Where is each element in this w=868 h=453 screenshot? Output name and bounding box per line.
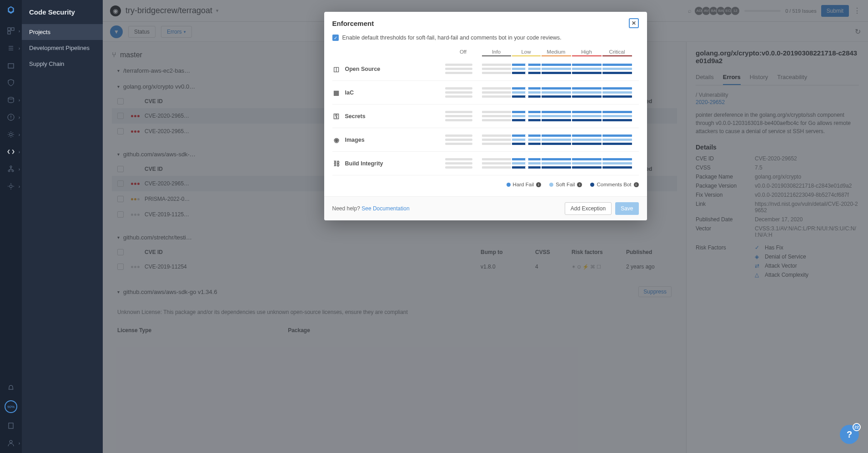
open-source-icon: ◫ bbox=[332, 65, 341, 73]
svg-point-4 bbox=[8, 97, 14, 99]
hard-fail-slider[interactable] bbox=[482, 134, 632, 137]
comments-bot-slider[interactable] bbox=[482, 119, 632, 121]
build-icon: ⛓ bbox=[332, 159, 341, 168]
comments-bot-slider[interactable] bbox=[482, 143, 632, 145]
cat-iac: ▦IaC bbox=[332, 81, 639, 105]
help-fab[interactable]: ?22 bbox=[840, 425, 859, 444]
comments-bot-slider[interactable] bbox=[482, 166, 632, 169]
list-icon[interactable] bbox=[6, 44, 15, 53]
cat-open-source: ◫Open Source bbox=[332, 57, 639, 81]
svg-rect-0 bbox=[8, 28, 10, 30]
code-icon[interactable] bbox=[6, 147, 15, 156]
comments-bot-slider[interactable] bbox=[482, 95, 632, 98]
main: ◉ try-bridgecrew/terragoat▾ ⌕ ADAVBABAEC… bbox=[103, 0, 868, 453]
progress-ring[interactable]: 90% bbox=[5, 400, 17, 413]
soft-fail-slider[interactable] bbox=[482, 115, 632, 117]
db-icon[interactable] bbox=[6, 95, 15, 105]
sidebar-item-projects[interactable]: Projects bbox=[22, 24, 103, 40]
save-button[interactable]: Save bbox=[615, 202, 638, 215]
network-icon[interactable] bbox=[6, 164, 15, 174]
disc-icon: ◉ bbox=[332, 136, 341, 144]
sidebar: Code Security Projects Development Pipel… bbox=[22, 0, 103, 453]
add-exception-button[interactable]: Add Exception bbox=[565, 202, 612, 215]
legend: Hard Faili Soft Faili Comments Boti bbox=[332, 175, 639, 190]
svg-point-9 bbox=[12, 170, 14, 172]
package-icon[interactable] bbox=[6, 61, 15, 70]
book-icon[interactable] bbox=[6, 421, 15, 430]
hard-fail-slider[interactable] bbox=[482, 158, 632, 160]
bell-icon[interactable] bbox=[6, 383, 15, 392]
key-icon: ⚿ bbox=[332, 112, 341, 120]
alert-icon[interactable] bbox=[6, 113, 15, 122]
comments-bot-slider[interactable] bbox=[482, 72, 632, 74]
hard-fail-slider[interactable] bbox=[482, 87, 632, 90]
svg-rect-11 bbox=[9, 423, 13, 428]
docs-link[interactable]: See Documentation bbox=[361, 205, 409, 212]
svg-rect-3 bbox=[8, 64, 14, 68]
fab-badge: 22 bbox=[853, 423, 861, 431]
enable-label: Enable default thresholds for soft-fail,… bbox=[342, 35, 562, 41]
hard-fail-slider[interactable] bbox=[482, 111, 632, 113]
soft-fail-slider[interactable] bbox=[482, 91, 632, 94]
hard-fail-slider[interactable] bbox=[482, 64, 632, 66]
sidebar-item-pipelines[interactable]: Development Pipelines bbox=[22, 40, 103, 56]
svg-point-7 bbox=[10, 166, 12, 168]
user-icon[interactable] bbox=[6, 438, 15, 448]
sidebar-item-supply[interactable]: Supply Chain bbox=[22, 56, 103, 72]
svg-rect-2 bbox=[8, 31, 10, 34]
soft-fail-slider[interactable] bbox=[482, 162, 632, 164]
shield-icon[interactable] bbox=[6, 78, 15, 87]
svg-point-8 bbox=[8, 170, 10, 172]
cat-build: ⛓Build Integrity bbox=[332, 152, 639, 175]
svg-point-10 bbox=[10, 185, 12, 188]
enable-checkbox[interactable]: ✓ bbox=[332, 35, 339, 41]
sidebar-title: Code Security bbox=[22, 0, 103, 24]
iac-icon: ▦ bbox=[332, 89, 341, 97]
cat-secrets: ⚿Secrets bbox=[332, 105, 639, 128]
dashboard-icon[interactable] bbox=[6, 26, 15, 35]
close-icon[interactable]: ✕ bbox=[629, 18, 639, 28]
svg-rect-1 bbox=[11, 28, 14, 30]
soft-fail-slider[interactable] bbox=[482, 68, 632, 70]
logo-icon[interactable] bbox=[6, 5, 15, 15]
gear-icon[interactable] bbox=[6, 130, 15, 139]
modal-title: Enforcement bbox=[332, 20, 374, 27]
icon-rail: 90% bbox=[0, 0, 22, 453]
cat-images: ◉Images bbox=[332, 128, 639, 152]
settings-icon[interactable] bbox=[6, 182, 15, 191]
svg-point-12 bbox=[10, 440, 12, 443]
enforcement-modal: Enforcement ✕ ✓ Enable default threshold… bbox=[324, 12, 647, 220]
help-text: Need help? See Documentation bbox=[332, 205, 410, 212]
soft-fail-slider[interactable] bbox=[482, 139, 632, 141]
svg-point-6 bbox=[10, 133, 12, 136]
